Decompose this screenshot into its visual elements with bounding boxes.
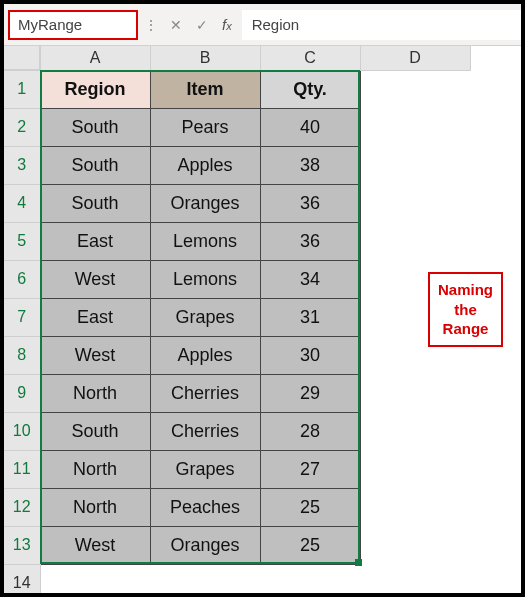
cell[interactable]: Grapes	[150, 450, 260, 488]
cell-blank[interactable]	[360, 146, 470, 184]
cell[interactable]: Peaches	[150, 488, 260, 526]
cell-blank[interactable]	[360, 374, 470, 412]
table-row: 8WestApples30	[4, 336, 470, 374]
row-header[interactable]: 8	[4, 336, 40, 374]
cell[interactable]: Cherries	[150, 412, 260, 450]
name-box[interactable]: MyRange	[8, 10, 138, 40]
cell-blank[interactable]	[360, 450, 470, 488]
table-row: 9NorthCherries29	[4, 374, 470, 412]
formula-bar-area: MyRange ⋮ ✕ ✓ fx Region	[4, 4, 521, 46]
row-header[interactable]: 9	[4, 374, 40, 412]
fx-controls: ✕ ✓ fx	[160, 4, 242, 45]
row-header[interactable]: 12	[4, 488, 40, 526]
cell-blank[interactable]	[360, 526, 470, 564]
cell[interactable]: West	[40, 526, 150, 564]
annotation-line: Naming	[438, 281, 493, 298]
cell[interactable]: Pears	[150, 108, 260, 146]
header-region[interactable]: Region	[40, 70, 150, 108]
cell[interactable]: 36	[260, 222, 360, 260]
cell-blank[interactable]	[360, 70, 470, 108]
col-header-B[interactable]: B	[150, 46, 260, 70]
row-header[interactable]: 2	[4, 108, 40, 146]
table-row: 1 Region Item Qty.	[4, 70, 470, 108]
cell[interactable]: Apples	[150, 146, 260, 184]
cell-blank[interactable]	[360, 412, 470, 450]
col-header-C[interactable]: C	[260, 46, 360, 70]
cell[interactable]: West	[40, 336, 150, 374]
header-qty[interactable]: Qty.	[260, 70, 360, 108]
cell-blank[interactable]	[260, 564, 360, 597]
table-row: 12NorthPeaches25	[4, 488, 470, 526]
cell[interactable]: South	[40, 184, 150, 222]
table-row: 3SouthApples38	[4, 146, 470, 184]
confirm-icon[interactable]: ✓	[196, 17, 208, 33]
cell[interactable]: North	[40, 374, 150, 412]
table-row: 2SouthPears40	[4, 108, 470, 146]
cell[interactable]: 38	[260, 146, 360, 184]
table-row: 14	[4, 564, 470, 597]
row-header[interactable]: 4	[4, 184, 40, 222]
cell[interactable]: Lemons	[150, 260, 260, 298]
cell[interactable]: South	[40, 146, 150, 184]
cell[interactable]: 29	[260, 374, 360, 412]
cell-blank[interactable]	[40, 564, 150, 597]
cell[interactable]: 34	[260, 260, 360, 298]
cell[interactable]: South	[40, 412, 150, 450]
row-header[interactable]: 3	[4, 146, 40, 184]
cell[interactable]: Grapes	[150, 298, 260, 336]
cell-blank[interactable]	[360, 184, 470, 222]
cell-blank[interactable]	[150, 564, 260, 597]
cell-blank[interactable]	[360, 564, 470, 597]
row-header[interactable]: 1	[4, 70, 40, 108]
cell-blank[interactable]	[360, 108, 470, 146]
table-row: 4SouthOranges36	[4, 184, 470, 222]
row-header[interactable]: 14	[4, 564, 40, 597]
select-all-corner[interactable]	[4, 46, 40, 70]
col-header-D[interactable]: D	[360, 46, 470, 70]
cell[interactable]: Oranges	[150, 526, 260, 564]
cell[interactable]: Cherries	[150, 374, 260, 412]
cell[interactable]: Lemons	[150, 222, 260, 260]
row-header[interactable]: 10	[4, 412, 40, 450]
cell[interactable]: Apples	[150, 336, 260, 374]
cell[interactable]: North	[40, 488, 150, 526]
cell[interactable]: 27	[260, 450, 360, 488]
table-row: 13WestOranges25	[4, 526, 470, 564]
split-handle-icon[interactable]: ⋮	[142, 17, 160, 33]
row-header[interactable]: 5	[4, 222, 40, 260]
table-row: 10SouthCherries28	[4, 412, 470, 450]
table-row: 5EastLemons36	[4, 222, 470, 260]
fx-icon[interactable]: fx	[222, 16, 232, 33]
cell[interactable]: North	[40, 450, 150, 488]
cell[interactable]: East	[40, 222, 150, 260]
row-header[interactable]: 11	[4, 450, 40, 488]
table-row: 7EastGrapes31	[4, 298, 470, 336]
header-item[interactable]: Item	[150, 70, 260, 108]
row-header[interactable]: 6	[4, 260, 40, 298]
row-header[interactable]: 7	[4, 298, 40, 336]
cell[interactable]: Oranges	[150, 184, 260, 222]
table-row: 11NorthGrapes27	[4, 450, 470, 488]
column-headers: A B C D	[4, 46, 470, 70]
cell[interactable]: South	[40, 108, 150, 146]
cell[interactable]: 28	[260, 412, 360, 450]
cell[interactable]: 30	[260, 336, 360, 374]
cancel-icon[interactable]: ✕	[170, 17, 182, 33]
table-row: 6WestLemons34	[4, 260, 470, 298]
annotation-box: Naming the Range	[428, 272, 503, 347]
cell[interactable]: 25	[260, 526, 360, 564]
cell-blank[interactable]	[360, 488, 470, 526]
cell[interactable]: 31	[260, 298, 360, 336]
cell[interactable]: West	[40, 260, 150, 298]
cell[interactable]: East	[40, 298, 150, 336]
row-header[interactable]: 13	[4, 526, 40, 564]
cell[interactable]: 36	[260, 184, 360, 222]
cell-blank[interactable]	[360, 222, 470, 260]
annotation-line: Range	[443, 320, 489, 337]
formula-input[interactable]: Region	[242, 10, 521, 40]
cell[interactable]: 25	[260, 488, 360, 526]
cell[interactable]: 40	[260, 108, 360, 146]
col-header-A[interactable]: A	[40, 46, 150, 70]
annotation-line: the	[454, 301, 477, 318]
